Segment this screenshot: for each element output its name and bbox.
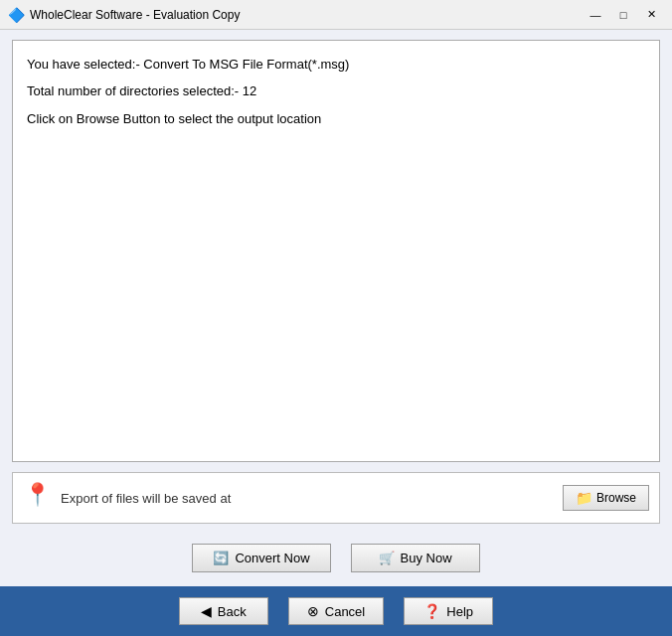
minimize-button[interactable]: — (583, 5, 608, 25)
buy-icon: 🛒 (379, 551, 395, 565)
help-button[interactable]: ❓ Help (404, 597, 493, 625)
export-row: 📍 Export of files will be saved at 📁 Bro… (12, 472, 660, 524)
browse-label: Browse (596, 491, 636, 505)
title-bar: 🔷 WholeClear Software - Evaluation Copy … (0, 0, 672, 30)
convert-icon: 🔄 (213, 551, 229, 565)
convert-label: Convert Now (235, 551, 309, 565)
info-box: You have selected:- Convert To MSG File … (12, 40, 660, 462)
export-label: Export of files will be saved at (61, 491, 553, 506)
info-line-2: Total number of directories selected:- 1… (27, 80, 645, 102)
bottom-bar: ◀ Back ⊗ Cancel ❓ Help (0, 586, 672, 636)
buy-now-button[interactable]: 🛒 Buy Now (351, 544, 480, 572)
folder-icon: 📁 (576, 490, 592, 506)
cancel-icon: ⊗ (307, 603, 319, 619)
app-icon: 🔷 (8, 7, 24, 23)
cancel-button[interactable]: ⊗ Cancel (288, 597, 384, 625)
back-button[interactable]: ◀ Back (179, 597, 268, 625)
action-row: 🔄 Convert Now 🛒 Buy Now (12, 534, 660, 576)
back-label: Back (218, 604, 247, 619)
info-line-1: You have selected:- Convert To MSG File … (27, 53, 645, 76)
location-pin-icon: 📍 (23, 484, 51, 512)
close-button[interactable]: ✕ (638, 5, 664, 25)
buy-label: Buy Now (401, 551, 452, 565)
cancel-label: Cancel (325, 604, 365, 619)
help-icon: ❓ (423, 603, 440, 619)
convert-now-button[interactable]: 🔄 Convert Now (192, 544, 330, 572)
help-label: Help (446, 604, 473, 619)
back-icon: ◀ (201, 603, 212, 619)
info-line-3: Click on Browse Button to select the out… (27, 107, 645, 130)
window-title: WholeClear Software - Evaluation Copy (30, 8, 583, 22)
browse-button[interactable]: 📁 Browse (563, 485, 649, 511)
window-controls: — □ ✕ (583, 5, 664, 25)
maximize-button[interactable]: □ (610, 5, 636, 25)
main-content: You have selected:- Convert To MSG File … (0, 30, 672, 586)
